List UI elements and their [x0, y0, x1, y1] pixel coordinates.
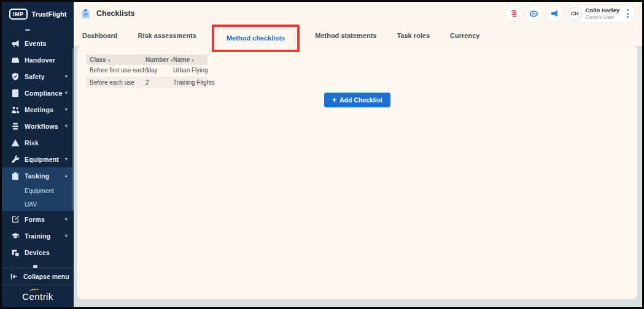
sidebar-item-workflows[interactable]: Workflows [2, 118, 74, 134]
add-checklist-button[interactable]: Add Checklist [324, 93, 390, 107]
cell-name: Training Flights [173, 79, 208, 86]
chevron-down-icon [65, 91, 68, 96]
tray-icon [10, 55, 20, 64]
kebab-menu-icon[interactable] [623, 9, 632, 18]
sidebar-group-tasking: Tasking Equipment UAV [2, 167, 74, 211]
user-role: Centrik User [586, 14, 619, 20]
content-area: Class Number Name Before first use each … [74, 46, 642, 307]
app-frame: IMP TrustFlight Events Handover Safety [2, 2, 642, 307]
chevron-up-icon [65, 174, 68, 178]
link-button[interactable] [526, 6, 542, 21]
megaphone-icon [10, 39, 20, 48]
collapse-menu-label: Collapse menu [23, 273, 69, 280]
add-checklist-row: Add Checklist [86, 93, 629, 107]
sidebar-item-tasking[interactable]: Tasking [2, 167, 74, 184]
header-actions: CH Colin Harley Centrik User [506, 5, 635, 22]
column-header-class[interactable]: Class [86, 56, 145, 63]
sidebar-item-devices[interactable]: Devices [2, 244, 74, 261]
sidebar-item-label: Compliance [25, 90, 65, 97]
sidebar-item-risk[interactable]: Risk [2, 134, 74, 151]
chevron-down-icon [65, 234, 68, 238]
sidebar: IMP TrustFlight Events Handover Safety [2, 2, 74, 307]
sidebar-item-label: Tasking [25, 172, 65, 180]
table-row[interactable]: Before first use each day 1 Urban Flying [86, 65, 208, 77]
sidebar-nav: Events Handover Safety Compliance [2, 35, 74, 268]
sidebar-item-truncated-bottom[interactable] [2, 261, 74, 268]
user-meta: Colin Harley Centrik User [586, 7, 619, 20]
table-header-row: Class Number Name [86, 55, 208, 65]
clipboard-icon [10, 171, 20, 180]
shield-icon [10, 72, 20, 81]
chevron-down-icon [65, 157, 68, 162]
cell-number: 2 [145, 79, 173, 86]
sidebar-item-label: Forms [25, 216, 65, 223]
main-area: Checklists CH Colin Harley [74, 2, 642, 307]
announcements-button[interactable] [546, 6, 562, 21]
sidebar-item-label: Devices [25, 249, 68, 256]
sidebar-subitem-label: UAV [25, 201, 37, 208]
cell-class: Before first use each day [86, 67, 145, 74]
plus-icon [332, 96, 336, 104]
tab-bar: Dashboard Risk assessments Method checkl… [74, 25, 642, 46]
sidebar-item-safety[interactable]: Safety [2, 68, 74, 85]
user-menu[interactable]: CH Colin Harley Centrik User [567, 5, 635, 22]
sidebar-subitem-label: Equipment [25, 188, 54, 194]
tab-dashboard[interactable]: Dashboard [82, 32, 117, 39]
add-checklist-label: Add Checklist [339, 96, 382, 104]
sidebar-item-label: Events [25, 40, 68, 47]
sidebar-item-label: Workflows [25, 123, 65, 130]
cell-class: Before each use [86, 79, 145, 86]
sidebar-item-label: Training [25, 232, 65, 240]
chevron-down-icon [65, 124, 68, 129]
tab-method-statements[interactable]: Method statements [315, 32, 376, 39]
sidebar-item-events[interactable]: Events [2, 35, 74, 52]
column-header-name[interactable]: Name [173, 56, 208, 63]
table-row[interactable]: Before each use 2 Training Flights [86, 77, 208, 88]
sidebar-item-label: Meetings [25, 106, 65, 113]
dash-icon [25, 29, 30, 31]
sidebar-item-truncated-top[interactable] [2, 25, 74, 35]
page-title: Checklists [96, 9, 135, 18]
warning-triangle-icon [10, 138, 20, 147]
checklists-panel: Class Number Name Before first use each … [77, 46, 637, 299]
tab-task-roles[interactable]: Task roles [397, 32, 430, 39]
document-icon [10, 88, 20, 97]
graduation-cap-icon [10, 231, 20, 240]
sidebar-item-label: Handover [25, 56, 68, 64]
sidebar-scrollbar[interactable] [72, 48, 74, 210]
column-header-number[interactable]: Number [145, 56, 173, 63]
sidebar-item-compliance[interactable]: Compliance [2, 85, 74, 101]
link-icon [529, 9, 538, 18]
sidebar-item-handover[interactable]: Handover [2, 52, 74, 68]
red-list-icon [510, 9, 518, 18]
sidebar-item-equipment[interactable]: Equipment [2, 151, 74, 167]
tasks-notification-button[interactable] [506, 6, 522, 21]
devices-icon [10, 248, 20, 257]
sidebar-subitem-equipment[interactable]: Equipment [2, 184, 74, 197]
chevron-down-icon [65, 107, 68, 112]
sidebar-item-forms[interactable]: Forms [2, 211, 74, 227]
tab-risk-assessments[interactable]: Risk assessments [138, 32, 196, 39]
page-header: Checklists CH Colin Harley [74, 2, 642, 25]
pen-icon [10, 215, 20, 224]
tab-method-checklists[interactable]: Method checklists [217, 29, 295, 46]
collapse-menu-button[interactable]: Collapse menu [2, 268, 74, 285]
chevron-down-icon [65, 74, 68, 79]
cell-number: 1 [145, 67, 173, 74]
brand-name: TrustFlight [32, 10, 67, 18]
cell-name: Urban Flying [173, 67, 208, 74]
centrik-swoosh [29, 288, 40, 294]
brand-logo: IMP TrustFlight [2, 2, 74, 25]
sidebar-item-training[interactable]: Training [2, 227, 74, 244]
checklists-table: Class Number Name Before first use each … [86, 55, 208, 88]
sidebar-subitem-uav[interactable]: UAV [2, 197, 74, 211]
tab-method-checklists-wrap: Method checklists [217, 29, 295, 46]
tab-currency[interactable]: Currency [450, 32, 479, 39]
sidebar-item-label: Safety [25, 73, 65, 80]
avatar: CH [568, 7, 582, 21]
sidebar-item-meetings[interactable]: Meetings [2, 101, 74, 118]
sidebar-item-label: Equipment [25, 156, 65, 163]
chevron-down-icon [65, 217, 68, 222]
collapse-arrow-icon [10, 272, 18, 281]
layers-icon [10, 121, 20, 131]
